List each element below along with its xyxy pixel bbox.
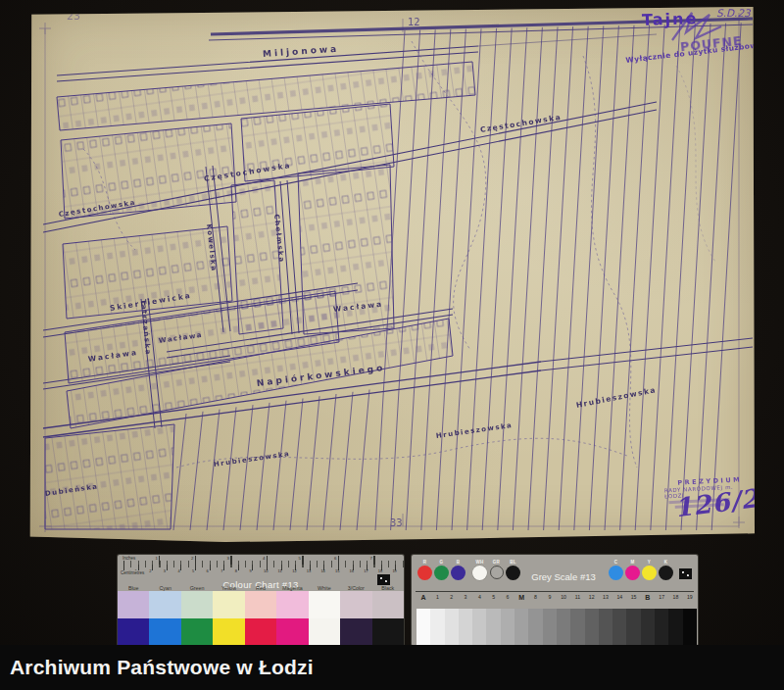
grey-step bbox=[570, 609, 584, 646]
patch-dot bbox=[451, 566, 466, 580]
sd-code-mark: S.D.23 bbox=[716, 7, 751, 19]
street-label-miljonowa: Miljonowa bbox=[263, 44, 340, 59]
grey-scale-index-row: A123456M89101112131415B171819 bbox=[416, 594, 697, 603]
patch-dot bbox=[434, 566, 449, 580]
street-label-tatrzaska: Tatrzańska bbox=[139, 299, 152, 356]
patch-k: K bbox=[658, 560, 674, 584]
cm-number: 18 bbox=[378, 568, 382, 573]
patch-c: C bbox=[608, 560, 624, 584]
scale-index: 5 bbox=[486, 594, 500, 603]
patch-b: B bbox=[450, 560, 466, 584]
patch-dot bbox=[642, 566, 657, 580]
patch-r: R bbox=[416, 560, 433, 584]
grey-step bbox=[459, 609, 472, 646]
inch-number: 5 bbox=[299, 556, 301, 561]
scale-index: 12 bbox=[585, 594, 599, 603]
divider bbox=[416, 591, 694, 592]
grey-step bbox=[416, 609, 430, 646]
grey-step bbox=[501, 609, 514, 646]
grey-step bbox=[486, 609, 500, 646]
scale-index: B bbox=[641, 594, 655, 603]
street-label-czstochowska: Częstochowska bbox=[58, 199, 136, 219]
patch-dot bbox=[625, 566, 640, 580]
scale-index: 1 bbox=[430, 594, 444, 603]
scale-index: 15 bbox=[626, 594, 640, 603]
scanned-archive-page: MiljonowaCzęstochowskaCzęstochowskaCzęst… bbox=[0, 0, 784, 690]
solid-swatch bbox=[340, 618, 371, 646]
patch-dot bbox=[609, 566, 623, 580]
solid-swatch bbox=[149, 618, 180, 646]
tajne-stamp: Tajne bbox=[642, 9, 699, 29]
pastel-swatch bbox=[213, 591, 244, 618]
grey-step bbox=[430, 609, 444, 646]
patch-gr: GR bbox=[488, 560, 505, 584]
grey-step bbox=[683, 609, 697, 646]
inch-number: 6 bbox=[334, 556, 336, 561]
street-label-wacawa: Wacława bbox=[87, 348, 138, 364]
pastel-swatch bbox=[309, 591, 340, 618]
cm-number: 9 bbox=[249, 568, 251, 573]
solid-swatch bbox=[213, 618, 244, 646]
cmyk-patch-group: CMYK bbox=[608, 560, 674, 584]
patch-dot bbox=[417, 566, 432, 580]
scale-index: 3 bbox=[459, 594, 472, 603]
cm-number: 6 bbox=[207, 568, 209, 573]
grey-step bbox=[543, 609, 557, 646]
cm-number: 11 bbox=[278, 568, 282, 573]
grey-step bbox=[599, 609, 612, 646]
patch-dot bbox=[659, 566, 673, 580]
street-label-napirkowskiego: Napiórkowskiego bbox=[256, 363, 385, 388]
solid-swatch bbox=[245, 618, 276, 646]
scale-index: M bbox=[514, 594, 528, 603]
scale-index: 18 bbox=[668, 594, 682, 603]
sheet-number-top-left: 23 bbox=[67, 10, 80, 23]
grey-step bbox=[585, 609, 599, 646]
cm-number: 15 bbox=[335, 568, 339, 573]
pastel-swatch bbox=[276, 591, 308, 618]
pastel-swatch bbox=[149, 591, 180, 618]
cm-number: 13 bbox=[307, 568, 311, 573]
solid-swatch bbox=[118, 618, 149, 646]
grey-gradient-strip bbox=[416, 609, 697, 646]
cm-number: 4 bbox=[177, 568, 179, 573]
cm-number: 2 bbox=[149, 568, 151, 573]
solid-swatch bbox=[372, 618, 404, 646]
street-label-czstochowska: Częstochowska bbox=[203, 161, 292, 183]
scale-index: 9 bbox=[543, 594, 557, 603]
colour-chart: Inches 1234567 Centimetres 1234567891011… bbox=[118, 555, 404, 646]
cm-number: 16 bbox=[350, 568, 354, 573]
inch-number: 1 bbox=[156, 556, 158, 561]
street-label-dubieska: Dubieńska bbox=[44, 482, 99, 498]
solid-swatch-row bbox=[118, 618, 404, 646]
pastel-swatch bbox=[181, 591, 213, 618]
pastel-swatch bbox=[340, 591, 371, 618]
grey-scale-chart: RGBWHGRBL Grey Scale #13 CMYK A123456M89… bbox=[412, 555, 698, 646]
grey-step bbox=[557, 609, 570, 646]
pastel-swatch-row bbox=[118, 591, 404, 618]
pastel-swatch bbox=[245, 591, 276, 618]
cm-number: 7 bbox=[220, 568, 222, 573]
cm-number: 19 bbox=[392, 568, 396, 573]
grey-step bbox=[641, 609, 655, 646]
street-label-wacawa: Wacława bbox=[333, 300, 384, 314]
grey-step bbox=[472, 609, 486, 646]
patch-dot bbox=[472, 566, 487, 580]
cm-number: 3 bbox=[164, 568, 166, 573]
inch-number: 7 bbox=[370, 556, 372, 561]
grey-step bbox=[655, 609, 668, 646]
centimetres-label: Centimetres bbox=[120, 570, 145, 575]
scale-index: 13 bbox=[599, 594, 612, 603]
grey-step bbox=[668, 609, 682, 646]
solid-swatch bbox=[181, 618, 213, 646]
scale-index: 6 bbox=[501, 594, 514, 603]
scale-index: 19 bbox=[683, 594, 697, 603]
grey-step bbox=[514, 609, 528, 646]
grey-step bbox=[445, 609, 459, 646]
inch-number: 3 bbox=[227, 556, 229, 561]
cm-number: 5 bbox=[192, 568, 194, 573]
scale-index: 14 bbox=[612, 594, 626, 603]
scale-index: 17 bbox=[655, 594, 668, 603]
scale-index: 2 bbox=[445, 594, 459, 603]
scale-index: 8 bbox=[528, 594, 542, 603]
street-label-skierniewicka: Skierniewicka bbox=[109, 291, 192, 313]
